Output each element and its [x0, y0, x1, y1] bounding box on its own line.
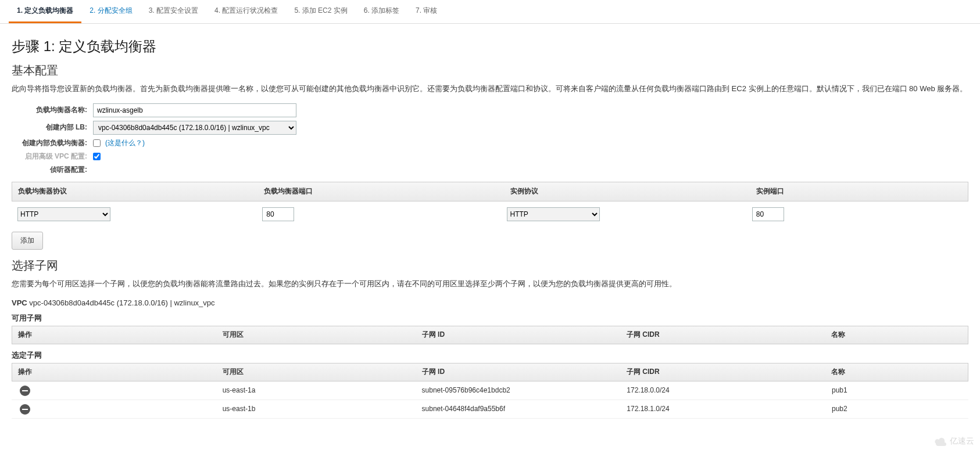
inst-protocol-select[interactable]: HTTP [507, 207, 600, 221]
cell-name: pub1 [826, 383, 968, 398]
col-name: 名称 [825, 362, 968, 381]
col-action: 操作 [12, 325, 217, 344]
select-subnet-title: 选择子网 [12, 258, 968, 273]
selected-subnet-row: us-east-1b subnet-04648f4daf9a55b6f 172.… [12, 400, 968, 419]
wizard-tabs: 1. 定义负载均衡器 2. 分配安全组 3. 配置安全设置 4. 配置运行状况检… [0, 0, 980, 24]
available-subnets-title: 可用子网 [12, 313, 968, 323]
basic-config-desc: 此向导将指导您设置新的负载均衡器。首先为新负载均衡器提供唯一名称，以使您可从可能… [12, 83, 968, 95]
selected-subnet-row: us-east-1a subnet-09576b96c4e1bdcb2 172.… [12, 381, 968, 400]
listener-header: 负载均衡器协议 负载均衡器端口 实例协议 实例端口 [12, 182, 968, 201]
lb-name-label: 负载均衡器名称: [12, 105, 93, 115]
cell-subnet-id: subnet-09576b96c4e1bdcb2 [416, 383, 621, 398]
cell-cidr: 172.18.0.0/24 [621, 383, 826, 398]
advanced-vpc-label: 启用高级 VPC 配置: [12, 152, 93, 161]
listener-row: HTTP HTTP [12, 201, 968, 227]
basic-config-title: 基本配置 [12, 63, 968, 78]
cell-az: us-east-1a [217, 383, 416, 398]
select-subnet-desc: 您需要为每个可用区选择一个子网，以便您的负载均衡器能将流量路由过去。如果您的实例… [12, 278, 968, 290]
create-in-select[interactable]: vpc-04306b8d0a4db445c (172.18.0.0/16) | … [93, 121, 296, 135]
create-in-label: 创建内部 LB: [12, 123, 93, 132]
col-subnet-id: 子网 ID [416, 362, 621, 381]
lb-name-input[interactable] [93, 103, 296, 117]
tab-add-ec2[interactable]: 5. 添加 EC2 实例 [286, 0, 355, 23]
internal-lb-label: 创建内部负载均衡器: [12, 138, 93, 148]
whats-this-link[interactable]: (这是什么？) [105, 138, 145, 148]
internal-lb-checkbox[interactable] [93, 139, 101, 147]
col-name: 名称 [825, 325, 968, 344]
remove-subnet-button[interactable] [20, 404, 30, 415]
col-inst-protocol: 实例协议 [505, 182, 750, 201]
cell-cidr: 172.18.1.0/24 [621, 401, 826, 416]
col-az: 可用区 [217, 362, 416, 381]
col-subnet-id: 子网 ID [416, 325, 621, 344]
add-listener-button[interactable]: 添加 [12, 232, 43, 250]
inst-port-input[interactable] [752, 207, 784, 221]
cell-az: us-east-1b [217, 401, 416, 416]
col-cidr: 子网 CIDR [621, 325, 825, 344]
selected-subnet-header: 操作 可用区 子网 ID 子网 CIDR 名称 [12, 363, 968, 381]
col-cidr: 子网 CIDR [621, 362, 825, 381]
advanced-vpc-checkbox[interactable] [93, 153, 101, 160]
col-inst-port: 实例端口 [750, 182, 968, 201]
tab-security-group[interactable]: 2. 分配安全组 [81, 0, 140, 23]
vpc-line: VPC vpc-04306b8d0a4db445c (172.18.0.0/16… [12, 298, 968, 307]
selected-subnets-title: 选定子网 [12, 350, 968, 361]
lb-protocol-select[interactable]: HTTP [17, 207, 110, 221]
tab-health-check[interactable]: 4. 配置运行状况检查 [206, 0, 286, 23]
step-title: 步骤 1: 定义负载均衡器 [12, 37, 968, 56]
cell-name: pub2 [826, 401, 968, 416]
col-action: 操作 [12, 362, 217, 381]
listener-config-label: 侦听器配置: [12, 165, 93, 175]
available-subnet-header: 操作 可用区 子网 ID 子网 CIDR 名称 [12, 326, 968, 344]
col-lb-protocol: 负载均衡器协议 [12, 182, 258, 201]
tab-add-tags[interactable]: 6. 添加标签 [356, 0, 407, 23]
minus-icon [22, 390, 28, 391]
cell-subnet-id: subnet-04648f4daf9a55b6f [416, 401, 621, 416]
tab-security-settings[interactable]: 3. 配置安全设置 [141, 0, 206, 23]
col-lb-port: 负载均衡器端口 [258, 182, 504, 201]
col-az: 可用区 [217, 325, 416, 344]
tab-define-lb[interactable]: 1. 定义负载均衡器 [9, 0, 81, 23]
minus-icon [22, 409, 28, 410]
tab-review[interactable]: 7. 审核 [407, 0, 445, 23]
remove-subnet-button[interactable] [20, 386, 30, 396]
lb-port-input[interactable] [262, 207, 294, 221]
